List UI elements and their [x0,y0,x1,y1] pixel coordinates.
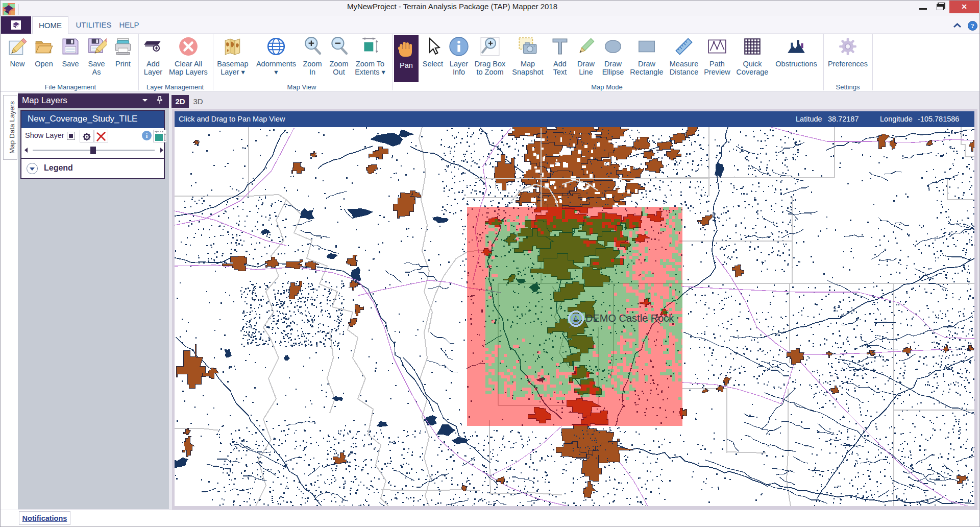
svg-text:DEMO Castle Rock: DEMO Castle Rock [585,313,674,324]
svg-text:?: ? [971,22,974,30]
